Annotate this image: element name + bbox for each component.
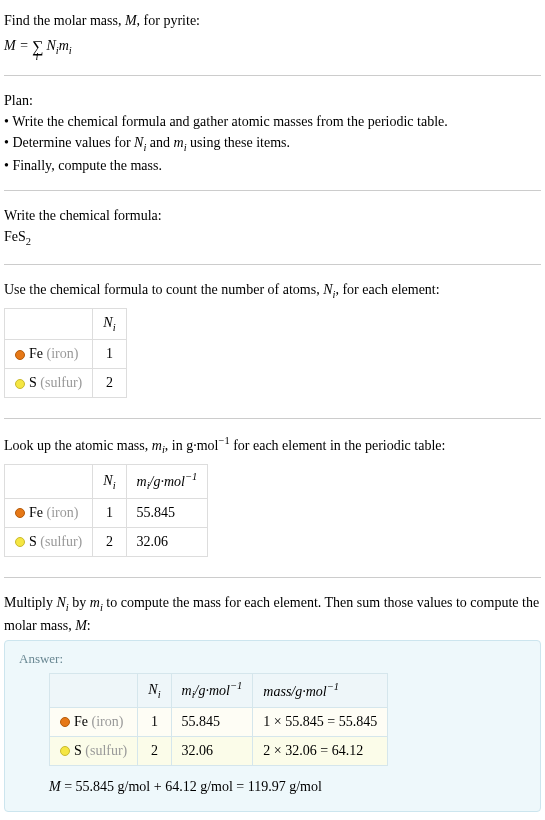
intro-text: Find the molar mass, [4, 13, 125, 28]
chemical-formula-section: Write the chemical formula: FeS2 [4, 199, 541, 256]
cell-sulfur-m: 32.06 [171, 736, 253, 765]
divider [4, 75, 541, 76]
table-row-sulfur: S (sulfur) 2 [5, 368, 127, 397]
cell-iron-m: 55.845 [126, 498, 208, 527]
header-blank [50, 674, 138, 707]
cell-sulfur-N: 2 [138, 736, 171, 765]
header-mi: mi/g·mol−1 [171, 674, 253, 707]
cell-iron-label: Fe (iron) [5, 339, 93, 368]
atomic-mass-text: Look up the atomic mass, mi, in g·mol−1 … [4, 433, 541, 458]
cell-sulfur-m: 32.06 [126, 527, 208, 556]
atom-count-table: Ni Fe (iron) 1 S (sulfur) 2 [4, 308, 127, 398]
header-mass: mass/g·mol−1 [253, 674, 388, 707]
chemical-formula: FeS2 [4, 226, 541, 250]
plan-bullet-2: • Determine values for Ni and mi using t… [4, 132, 541, 156]
atomic-mass-table: Ni mi/g·mol−1 Fe (iron) 1 55.845 S (sulf… [4, 464, 208, 556]
cell-iron-label: Fe (iron) [5, 498, 93, 527]
header-mi: mi/g·mol−1 [126, 465, 208, 498]
cell-iron-m: 55.845 [171, 707, 253, 736]
cell-iron-N: 1 [93, 339, 126, 368]
plan-bullet-1: • Write the chemical formula and gather … [4, 111, 541, 132]
divider [4, 190, 541, 191]
intro-line1: Find the molar mass, M, for pyrite: [4, 10, 541, 31]
intro-suffix: , for pyrite: [137, 13, 200, 28]
cell-sulfur-label: S (sulfur) [5, 368, 93, 397]
molar-mass-formula: M = ∑iNimi [4, 31, 541, 61]
sulfur-color-icon [15, 379, 25, 389]
intro-section: Find the molar mass, M, for pyrite: M = … [4, 4, 541, 67]
final-result: M = 55.845 g/mol + 64.12 g/mol = 119.97 … [49, 776, 526, 797]
count-atoms-section: Use the chemical formula to count the nu… [4, 273, 541, 410]
sulfur-color-icon [60, 746, 70, 756]
table-row-iron: Fe (iron) 1 55.845 [5, 498, 208, 527]
cell-iron-label: Fe (iron) [50, 707, 138, 736]
header-blank [5, 465, 93, 498]
table-header-row: Ni mi/g·mol−1 mass/g·mol−1 [50, 674, 388, 707]
sulfur-color-icon [15, 537, 25, 547]
cell-iron-N: 1 [138, 707, 171, 736]
intro-var-M: M [125, 13, 137, 28]
cell-iron-mass: 1 × 55.845 = 55.845 [253, 707, 388, 736]
chemical-formula-heading: Write the chemical formula: [4, 205, 541, 226]
plan-heading: Plan: [4, 90, 541, 111]
table-row-iron: Fe (iron) 1 55.845 1 × 55.845 = 55.845 [50, 707, 388, 736]
iron-color-icon [15, 350, 25, 360]
atomic-mass-section: Look up the atomic mass, mi, in g·mol−1 … [4, 427, 541, 569]
answer-label: Answer: [19, 651, 526, 667]
table-header-row: Ni [5, 309, 127, 340]
iron-color-icon [60, 717, 70, 727]
table-header-row: Ni mi/g·mol−1 [5, 465, 208, 498]
count-atoms-text: Use the chemical formula to count the nu… [4, 279, 541, 303]
answer-table: Ni mi/g·mol−1 mass/g·mol−1 Fe (iron) 1 5… [49, 673, 388, 765]
table-row-sulfur: S (sulfur) 2 32.06 [5, 527, 208, 556]
iron-color-icon [15, 508, 25, 518]
table-row-iron: Fe (iron) 1 [5, 339, 127, 368]
header-blank [5, 309, 93, 340]
divider [4, 264, 541, 265]
multiply-section: Multiply Ni by mi to compute the mass fo… [4, 586, 541, 818]
divider [4, 577, 541, 578]
divider [4, 418, 541, 419]
plan-bullet-3: • Finally, compute the mass. [4, 155, 541, 176]
answer-box: Answer: Ni mi/g·mol−1 mass/g·mol−1 Fe (i… [4, 640, 541, 811]
plan-section: Plan: • Write the chemical formula and g… [4, 84, 541, 183]
cell-iron-N: 1 [93, 498, 126, 527]
multiply-text: Multiply Ni by mi to compute the mass fo… [4, 592, 541, 637]
cell-sulfur-label: S (sulfur) [5, 527, 93, 556]
header-Ni: Ni [93, 465, 126, 498]
cell-sulfur-N: 2 [93, 527, 126, 556]
cell-sulfur-N: 2 [93, 368, 126, 397]
table-row-sulfur: S (sulfur) 2 32.06 2 × 32.06 = 64.12 [50, 736, 388, 765]
header-Ni: Ni [138, 674, 171, 707]
cell-sulfur-mass: 2 × 32.06 = 64.12 [253, 736, 388, 765]
cell-sulfur-label: S (sulfur) [50, 736, 138, 765]
header-Ni: Ni [93, 309, 126, 340]
